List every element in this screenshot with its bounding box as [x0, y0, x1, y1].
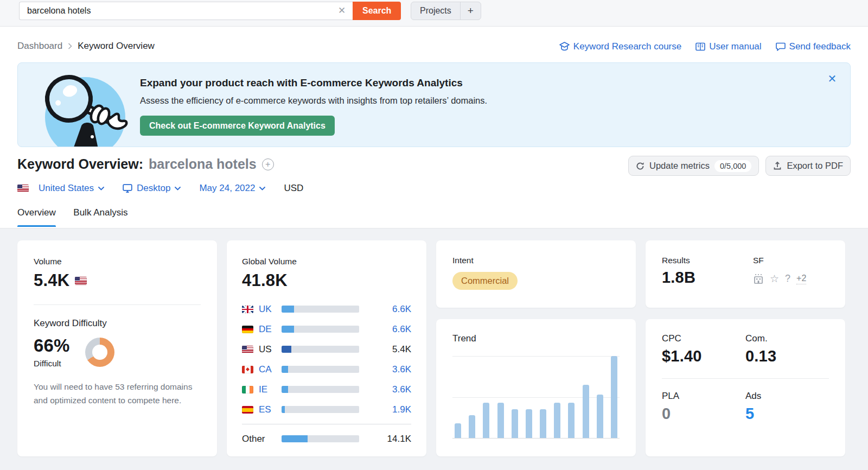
us-flag-icon	[242, 346, 253, 353]
com-value: 0.13	[745, 347, 829, 365]
top-search-bar: ✕ Search Projects +	[0, 0, 868, 27]
trend-bar	[497, 403, 504, 438]
ecommerce-promo-banner: Expand your product reach with E-commerc…	[17, 62, 851, 147]
volume-bar	[282, 406, 359, 413]
banner-subtitle: Assess the efficiency of e-commerce keyw…	[140, 96, 487, 106]
country-volume-value[interactable]: 6.6K	[367, 304, 411, 315]
device-filter[interactable]: Desktop	[123, 183, 181, 194]
hotels-pack-icon[interactable]	[753, 274, 764, 284]
sf-more-badge[interactable]: +2	[796, 274, 806, 284]
chevron-down-icon	[98, 187, 104, 190]
ie-flag-icon	[242, 386, 253, 393]
other-volume-value: 14.1K	[367, 434, 411, 444]
kd-value: 66%	[34, 335, 70, 356]
uk-flag-icon	[242, 306, 253, 313]
country-code: US	[259, 344, 282, 355]
keyword-overview-page: ✕ Search Projects + Dashboard Keyword Ov…	[0, 0, 868, 470]
trend-bar	[455, 423, 461, 438]
country-volume-row: DE6.6K	[242, 319, 411, 339]
search-input[interactable]	[19, 2, 353, 20]
date-filter[interactable]: May 24, 2022	[199, 183, 265, 194]
projects-control: Projects +	[411, 2, 481, 20]
us-flag-icon	[17, 185, 29, 192]
tab-bulk-analysis[interactable]: Bulk Analysis	[73, 207, 127, 227]
magnifier-illustration	[31, 67, 139, 147]
trend-bar	[512, 409, 518, 438]
volume-card: Volume 5.4K Keyword Difficulty 66% Diffi…	[17, 240, 217, 456]
user-manual-link[interactable]: User manual	[695, 41, 761, 52]
star-icon[interactable]: ☆	[770, 274, 779, 284]
export-up-icon	[773, 161, 782, 170]
breadcrumb-current: Keyword Overview	[78, 41, 155, 52]
academy-cap-icon	[559, 42, 570, 52]
currency-label: USD	[284, 183, 303, 194]
country-code[interactable]: IE	[259, 384, 282, 395]
volume-label: Volume	[34, 257, 201, 266]
country-code[interactable]: CA	[259, 364, 282, 375]
tab-overview[interactable]: Overview	[17, 207, 56, 227]
ads-value[interactable]: 5	[745, 405, 829, 423]
page-title: Keyword Overview:	[17, 156, 143, 172]
trend-bar	[597, 395, 603, 438]
chevron-down-icon	[259, 187, 265, 190]
clear-search-icon[interactable]: ✕	[336, 5, 347, 16]
plus-circle-icon[interactable]: +	[262, 158, 274, 170]
trend-bar	[583, 385, 589, 438]
trend-bar	[526, 409, 532, 438]
country-code[interactable]: DE	[259, 324, 282, 335]
country-filter[interactable]: United States	[17, 183, 104, 194]
export-pdf-button[interactable]: Export to PDF	[765, 156, 851, 176]
country-code[interactable]: ES	[259, 404, 282, 415]
intent-badge[interactable]: Commercial	[452, 272, 518, 290]
update-metrics-button[interactable]: Update metrics 0/5,000	[628, 156, 759, 176]
breadcrumb-dashboard[interactable]: Dashboard	[17, 41, 62, 52]
cpc-card: CPC $1.40 Com. 0.13 PLA 0 Ads 5	[646, 319, 845, 456]
trend-bar	[483, 403, 489, 438]
country-volume-row: CA3.6K	[242, 359, 411, 379]
country-volume-value[interactable]: 3.6K	[367, 384, 411, 395]
trend-bar	[554, 403, 560, 438]
question-mark-icon[interactable]: ?	[785, 273, 790, 284]
trend-bar	[568, 403, 575, 438]
cpc-label: CPC	[662, 333, 745, 344]
kd-level: Difficult	[34, 359, 70, 369]
trend-label: Trend	[452, 333, 620, 344]
projects-button[interactable]: Projects	[411, 2, 460, 20]
country-volume-value[interactable]: 3.6K	[367, 364, 411, 375]
banner-close-icon[interactable]: ✕	[826, 73, 838, 85]
ca-flag-icon	[242, 366, 253, 373]
country-volume-value[interactable]: 6.6K	[367, 324, 411, 335]
results-label: Results	[662, 256, 753, 265]
update-quota-badge: 0/5,000	[714, 160, 751, 172]
filters-row: United States Desktop May 24, 2022 USD	[17, 183, 303, 194]
overview-content: Volume 5.4K Keyword Difficulty 66% Diffi…	[0, 228, 868, 470]
volume-bar	[282, 306, 359, 313]
other-volume-row: Other14.1K	[242, 429, 411, 449]
country-volume-row: UK6.6K	[242, 299, 411, 319]
speech-bubble-icon	[776, 42, 786, 51]
open-book-icon	[695, 42, 705, 51]
ads-label: Ads	[745, 391, 829, 402]
banner-cta-button[interactable]: Check out E-commerce Keyword Analytics	[140, 116, 335, 136]
kd-note: You will need to have 53 referring domai…	[34, 380, 201, 408]
intent-label: Intent	[452, 256, 620, 265]
send-feedback-link[interactable]: Send feedback	[776, 41, 851, 52]
pla-label: PLA	[662, 391, 745, 402]
volume-bar	[282, 346, 359, 353]
volume-value: 5.4K	[34, 271, 69, 290]
monitor-icon	[123, 184, 132, 193]
add-project-button[interactable]: +	[460, 2, 481, 20]
country-code[interactable]: UK	[259, 304, 282, 315]
global-volume-value: 41.8K	[242, 271, 411, 290]
title-actions: Update metrics 0/5,000 Export to PDF	[628, 156, 851, 176]
refresh-icon	[636, 162, 644, 170]
global-volume-card: Global Volume 41.8K UK6.6KDE6.6KUS5.4KCA…	[227, 240, 426, 456]
other-label: Other	[242, 434, 282, 444]
es-flag-icon	[242, 406, 253, 414]
results-value: 1.8B	[662, 269, 753, 287]
pla-value: 0	[662, 405, 745, 423]
de-flag-icon	[242, 326, 253, 333]
search-button[interactable]: Search	[353, 2, 401, 20]
country-volume-value[interactable]: 1.9K	[367, 404, 411, 415]
keyword-research-course-link[interactable]: Keyword Research course	[559, 41, 681, 52]
